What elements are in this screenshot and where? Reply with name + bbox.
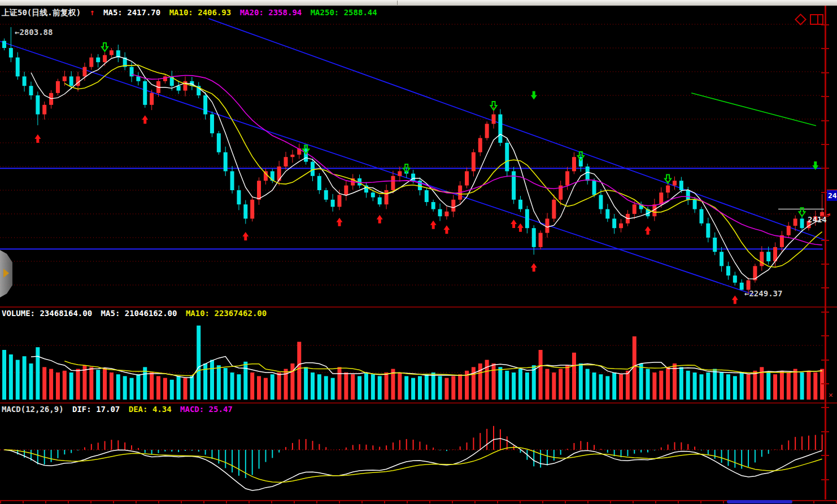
volume-pane[interactable]: VOLUME: 23468164.00 MA5: 21046162.00 MA1… (0, 306, 837, 402)
price-axis-tick (821, 144, 829, 145)
right-price-axis[interactable] (825, 6, 826, 499)
macd-params-readout: MACD(12,26,9) (2, 405, 64, 414)
volume-header: VOLUME: 23468164.00 MA5: 21046162.00 MA1… (2, 309, 271, 318)
price-axis-tick (821, 312, 829, 313)
bottom-scroll-bar[interactable] (0, 499, 837, 504)
volume-canvas[interactable] (0, 309, 837, 404)
expand-triangle-icon (3, 269, 9, 278)
macd-header: MACD(12,26,9) DIF: 17.07 DEA: 4.34 MACD:… (2, 405, 237, 414)
close-indicator-icon[interactable]: ✕ (829, 391, 833, 399)
price-axis-tick (821, 120, 829, 121)
scrollbar-thumb[interactable] (727, 500, 792, 503)
price-axis-tick (821, 407, 829, 408)
dea-readout: DEA: 4.34 (129, 405, 172, 414)
volume-readout: VOLUME: 23468164.00 (2, 309, 92, 318)
high-price-label: ←2803.88 (15, 28, 53, 37)
price-axis-tick (821, 264, 829, 265)
macd-readout: MACD: 25.47 (180, 405, 233, 414)
volume-ma5-readout: MA5: 21046162.00 (101, 309, 177, 318)
ma250-readout: MA250: 2588.44 (311, 8, 377, 17)
price-axis-tick (821, 240, 829, 241)
instrument-title[interactable]: 上证50(日线.前复权) (2, 8, 81, 17)
price-axis-tick (821, 455, 829, 456)
ma10-readout: MA10: 2406.93 (169, 8, 232, 17)
main-chart-pane[interactable]: 上证50(日线.前复权) ↑ MA5: 2417.70 MA10: 2406.9… (0, 6, 837, 306)
stock-app-screen: 上证50(日线.前复权) ↑ MA5: 2417.70 MA10: 2406.9… (0, 0, 837, 504)
macd-pane[interactable]: MACD(12,26,9) DIF: 17.07 DEA: 4.34 MACD:… (0, 402, 837, 499)
ma20-readout: MA20: 2358.94 (240, 8, 302, 17)
main-chart-canvas[interactable] (0, 6, 837, 306)
strip-divider (397, 1, 398, 5)
price-axis-tick (821, 335, 829, 336)
price-axis-tick (821, 96, 829, 97)
last-price-label: 2414 (808, 215, 827, 224)
price-axis-badge: 24 (827, 190, 837, 201)
up-arrow-icon: ↑ (90, 7, 95, 17)
price-axis-tick (821, 287, 829, 288)
price-axis-tick (821, 360, 829, 361)
split-pane-icon[interactable] (810, 14, 823, 25)
axis-pointer-icon: ◄ (826, 211, 830, 218)
diamond-marker-icon[interactable] (795, 14, 807, 25)
price-axis-tick (821, 72, 829, 73)
price-axis-tick (821, 383, 829, 384)
volume-ma10-readout: MA10: 22367462.00 (186, 309, 267, 318)
ma5-readout: MA5: 2417.70 (103, 8, 160, 17)
price-axis-tick (821, 479, 829, 480)
low-price-label: ←2249.37 (744, 289, 782, 298)
dif-readout: DIF: 17.07 (72, 405, 120, 414)
price-axis-tick (821, 48, 829, 49)
time-axis-ticks (0, 501, 837, 503)
price-axis-tick (821, 431, 829, 432)
price-axis-tick (821, 168, 829, 169)
macd-canvas[interactable] (0, 405, 837, 501)
main-chart-header: 上证50(日线.前复权) ↑ MA5: 2417.70 MA10: 2406.9… (2, 7, 381, 18)
